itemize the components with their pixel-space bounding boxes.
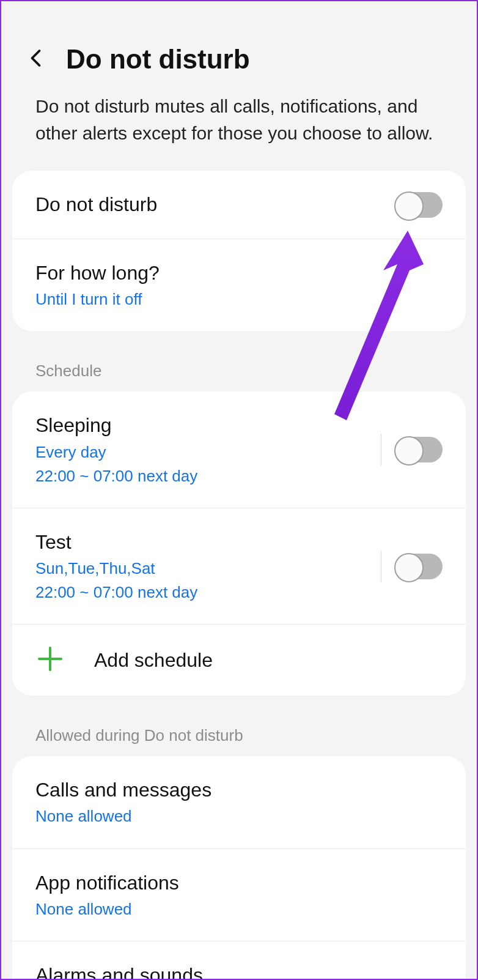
page-title: Do not disturb — [66, 44, 250, 75]
add-schedule-row[interactable]: Add schedule — [12, 625, 466, 696]
dnd-duration-row[interactable]: For how long? Until I turn it off — [12, 239, 466, 331]
dnd-toggle-row[interactable]: Do not disturb — [12, 171, 466, 239]
schedule-days: Every day — [35, 442, 197, 463]
schedule-time: 22:00 ~ 07:00 next day — [35, 466, 197, 487]
plus-icon — [35, 644, 65, 676]
schedule-name: Sleeping — [35, 412, 197, 439]
schedule-time: 22:00 ~ 07:00 next day — [35, 582, 197, 603]
divider — [381, 434, 381, 466]
schedule-toggle[interactable] — [395, 437, 443, 462]
dnd-main-card: Do not disturb For how long? Until I tur… — [12, 171, 466, 331]
allowed-label: Alarms and sounds — [35, 962, 203, 980]
section-allowed: Allowed during Do not disturb — [1, 696, 477, 756]
allowed-row[interactable]: Alarms and sounds — [12, 941, 466, 980]
schedule-row[interactable]: Sleeping Every day 22:00 ~ 07:00 next da… — [12, 392, 466, 508]
allowed-row[interactable]: Calls and messages None allowed — [12, 756, 466, 848]
add-schedule-label: Add schedule — [94, 649, 213, 672]
allowed-label: App notifications — [35, 870, 179, 896]
allowed-value: None allowed — [35, 899, 179, 920]
schedule-card: Sleeping Every day 22:00 ~ 07:00 next da… — [12, 392, 466, 696]
dnd-label: Do not disturb — [35, 191, 157, 218]
dnd-toggle[interactable] — [395, 192, 443, 218]
allowed-card: Calls and messages None allowed App noti… — [12, 756, 466, 980]
schedule-days: Sun,Tue,Thu,Sat — [35, 558, 197, 579]
section-schedule: Schedule — [1, 331, 477, 392]
schedule-name: Test — [35, 529, 197, 555]
divider — [381, 551, 381, 582]
back-icon[interactable] — [26, 47, 48, 72]
page-description: Do not disturb mutes all calls, notifica… — [1, 93, 477, 171]
duration-value: Until I turn it off — [35, 289, 160, 310]
allowed-value: None allowed — [35, 806, 211, 827]
schedule-toggle[interactable] — [395, 554, 443, 579]
allowed-row[interactable]: App notifications None allowed — [12, 849, 466, 941]
duration-label: For how long? — [35, 260, 160, 286]
allowed-label: Calls and messages — [35, 777, 211, 803]
schedule-row[interactable]: Test Sun,Tue,Thu,Sat 22:00 ~ 07:00 next … — [12, 508, 466, 625]
